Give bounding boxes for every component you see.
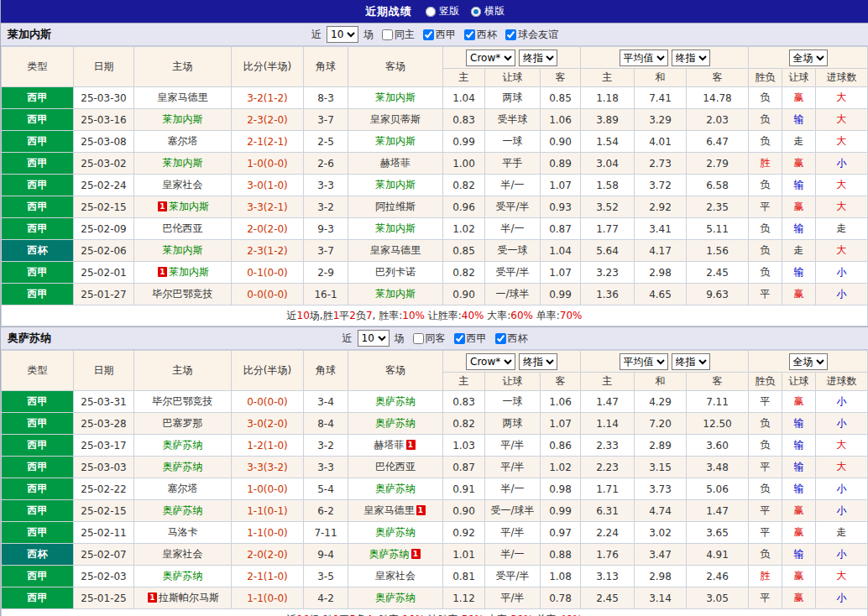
summary-segment: 平 bbox=[339, 613, 349, 616]
team-label: 奥萨苏纳 bbox=[375, 526, 416, 538]
handicap-odds: 0.87 bbox=[443, 457, 485, 478]
handicap-odds: 一球 bbox=[485, 131, 541, 153]
checkbox-input[interactable] bbox=[505, 29, 516, 40]
fulltime-score: 1-0 bbox=[247, 483, 264, 495]
europe-odds: 3.13 bbox=[581, 566, 635, 587]
europe-odds: 3.47 bbox=[635, 544, 687, 566]
filter-checkbox[interactable]: 西甲 bbox=[423, 28, 456, 42]
league-badge: 西甲 bbox=[2, 500, 74, 522]
filter-checkbox[interactable]: 西杯 bbox=[495, 331, 528, 346]
home-team: 毕尔巴鄂竞技 bbox=[134, 284, 232, 305]
team-label: 塞尔塔 bbox=[168, 483, 198, 494]
odds-source-selectors: Crow*终指 bbox=[443, 351, 581, 373]
match-row: 西杯25-02-06莱加内斯2-3(1-2)3-7皇家马德里0.85受一球1.0… bbox=[2, 240, 868, 262]
checkbox-label: 西杯 bbox=[477, 28, 497, 42]
checkbox-input[interactable] bbox=[454, 333, 465, 344]
checkbox-input[interactable] bbox=[495, 333, 506, 344]
odds-filter-select[interactable]: 终指 bbox=[672, 353, 710, 370]
match-row: 西甲25-02-09巴伦西亚2-0(2-0)9-3莱加内斯1.02半/一0.87… bbox=[2, 218, 868, 240]
league-badge: 西甲 bbox=[2, 109, 74, 131]
filter-checkbox[interactable]: 同主 bbox=[382, 28, 415, 42]
checkbox-label: 同主 bbox=[395, 28, 415, 42]
filter-checkbox[interactable]: 同客 bbox=[413, 331, 446, 346]
section-filters: 近10场同主西甲西杯球会友谊 bbox=[311, 26, 558, 43]
summary-segment: 近 bbox=[287, 310, 297, 321]
handicap-odds: 0.81 bbox=[443, 566, 485, 587]
league-badge: 西甲 bbox=[2, 87, 74, 109]
checkbox-input[interactable] bbox=[423, 29, 434, 40]
europe-odds: 1.76 bbox=[581, 544, 635, 566]
checkbox-input[interactable] bbox=[464, 29, 475, 40]
europe-odds: 2.45 bbox=[687, 262, 749, 284]
halftime-score: (1-0) bbox=[264, 571, 288, 582]
team-section-osasuna: 奥萨苏纳近10场同客西甲西杯类型日期主场比分(半场)角球客场Crow*终指平均值… bbox=[1, 326, 868, 616]
result-flag: 负 bbox=[749, 218, 782, 240]
handicap-odds: 1.07 bbox=[541, 175, 581, 196]
europe-odds: 6.47 bbox=[687, 131, 749, 153]
view-mode-radio[interactable]: 横版 bbox=[471, 4, 505, 18]
odds-filter-select[interactable]: 终指 bbox=[672, 50, 710, 66]
radio-label: 横版 bbox=[484, 4, 505, 18]
recent-results-page: 近期战绩 竖版横版 莱加内斯近10场同主西甲西杯球会友谊类型日期主场比分(半场)… bbox=[0, 0, 868, 616]
odds-filter-select[interactable]: Crow* bbox=[466, 353, 515, 370]
team-label: 皇家社会 bbox=[375, 570, 416, 582]
games-label: 场 bbox=[363, 28, 374, 42]
team-label: 皇家社会 bbox=[163, 179, 203, 191]
result-flag: 大 bbox=[816, 109, 868, 131]
handicap-odds: 0.83 bbox=[443, 391, 485, 413]
away-team: 莱加内斯 bbox=[348, 131, 443, 153]
checkbox-label: 西甲 bbox=[436, 28, 456, 42]
team-name: 奥萨苏纳 bbox=[8, 331, 51, 346]
match-row: 西甲25-01-251拉斯帕尔马斯1-1(0-0)4-2奥萨苏纳1.12平/半0… bbox=[2, 587, 868, 609]
odds-subcolumn-header: 让球 bbox=[485, 69, 541, 87]
odds-filter-select[interactable]: 全场 bbox=[789, 50, 828, 66]
filter-checkbox[interactable]: 西甲 bbox=[454, 331, 487, 346]
europe-odds: 7.20 bbox=[635, 413, 687, 435]
summary-segment: 50% bbox=[462, 613, 484, 616]
red-card-icon: 1 bbox=[416, 505, 426, 515]
odds-filter-select[interactable]: Crow* bbox=[466, 50, 515, 66]
europe-odds: 1.58 bbox=[581, 175, 635, 196]
checkbox-input[interactable] bbox=[413, 333, 424, 344]
recent-count-select[interactable]: 10 bbox=[358, 330, 390, 347]
league-badge: 西甲 bbox=[2, 435, 74, 457]
europe-odds: 6.58 bbox=[687, 175, 749, 196]
away-team: 奥萨苏纳 bbox=[348, 587, 443, 609]
fulltime-score: 1-1 bbox=[247, 527, 264, 539]
odds-filter-select[interactable]: 终指 bbox=[519, 353, 557, 370]
filter-checkbox[interactable]: 球会友谊 bbox=[505, 28, 558, 42]
recent-count-select[interactable]: 10 bbox=[327, 26, 358, 43]
score-cell: 2-1(2-1) bbox=[232, 131, 304, 153]
result-flag: 赢 bbox=[782, 522, 816, 544]
team-label: 莱加内斯 bbox=[169, 266, 209, 278]
odds-filter-select[interactable]: 全场 bbox=[789, 353, 828, 370]
summary-segment: 4 bbox=[366, 613, 373, 616]
match-date: 25-02-09 bbox=[74, 218, 134, 240]
away-team: 奥萨苏纳1 bbox=[348, 544, 443, 566]
odds-source-selectors: 平均值终指 bbox=[581, 47, 749, 69]
match-row: 西甲25-02-03奥萨苏纳2-1(1-0)3-5皇家社会0.81受平/半1.0… bbox=[2, 566, 868, 587]
odds-filter-select[interactable]: 终指 bbox=[519, 50, 557, 66]
halftime-score: (0-0) bbox=[264, 527, 288, 539]
league-badge: 西甲 bbox=[2, 196, 74, 218]
checkbox-input[interactable] bbox=[382, 29, 393, 40]
europe-odds: 2.24 bbox=[581, 522, 635, 544]
handicap-odds: 1.06 bbox=[541, 109, 581, 131]
odds-filter-select[interactable]: 平均值 bbox=[620, 353, 668, 370]
result-flag: 平 bbox=[749, 522, 782, 544]
handicap-odds: 0.91 bbox=[443, 478, 485, 500]
match-row: 西甲25-02-15奥萨苏纳1-1(0-1)6-2皇家马德里10.90受一/球半… bbox=[2, 500, 868, 522]
europe-odds: 4.74 bbox=[635, 500, 687, 522]
odds-filter-select[interactable]: 平均值 bbox=[620, 50, 668, 66]
match-date: 25-01-27 bbox=[74, 284, 134, 305]
section-header: 奥萨苏纳近10场同客西甲西杯 bbox=[1, 326, 868, 350]
corners: 5-4 bbox=[304, 478, 348, 500]
filter-checkbox[interactable]: 西杯 bbox=[464, 28, 497, 42]
view-mode-radio[interactable]: 竖版 bbox=[426, 4, 459, 18]
summary-segment: , 胜率: bbox=[373, 613, 403, 616]
team-label: 莱加内斯 bbox=[375, 288, 416, 300]
score-cell: 3-3(3-2) bbox=[232, 457, 304, 478]
score-cell: 3-3(2-1) bbox=[232, 196, 304, 218]
fulltime-score: 0-1 bbox=[247, 267, 264, 279]
result-flag: 输 bbox=[782, 457, 816, 478]
